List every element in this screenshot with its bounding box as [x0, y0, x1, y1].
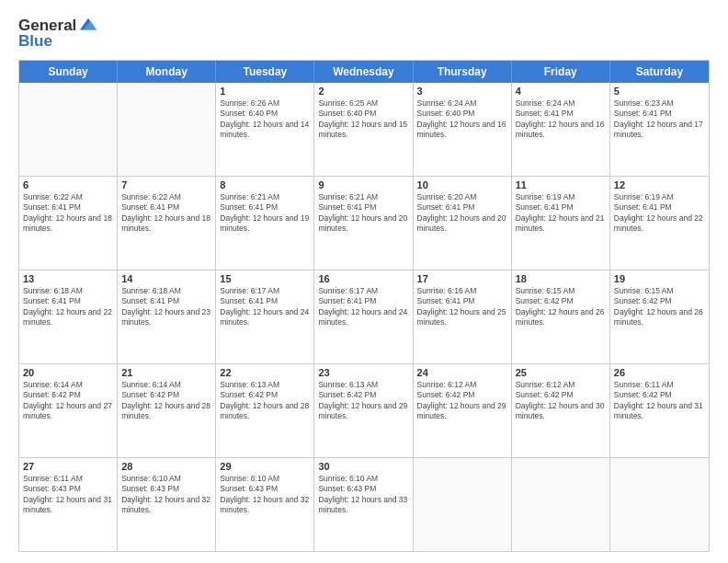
cal-cell: 22Sunrise: 6:13 AM Sunset: 6:42 PM Dayli… — [216, 364, 314, 457]
cal-cell: 15Sunrise: 6:17 AM Sunset: 6:41 PM Dayli… — [216, 270, 314, 363]
cal-cell: 28Sunrise: 6:10 AM Sunset: 6:43 PM Dayli… — [118, 458, 216, 551]
day-number: 28 — [121, 461, 211, 472]
cal-cell: 9Sunrise: 6:21 AM Sunset: 6:41 PM Daylig… — [314, 177, 413, 270]
day-number: 1 — [220, 86, 310, 97]
day-number: 24 — [417, 367, 507, 378]
day-number: 7 — [121, 179, 211, 190]
day-info: Sunrise: 6:15 AM Sunset: 6:42 PM Dayligh… — [516, 286, 606, 328]
day-number: 6 — [23, 179, 113, 190]
day-number: 21 — [121, 367, 211, 378]
day-info: Sunrise: 6:14 AM Sunset: 6:42 PM Dayligh… — [23, 380, 113, 422]
day-info: Sunrise: 6:11 AM Sunset: 6:43 PM Dayligh… — [23, 474, 113, 516]
day-info: Sunrise: 6:19 AM Sunset: 6:41 PM Dayligh… — [614, 192, 705, 235]
cal-cell: 11Sunrise: 6:19 AM Sunset: 6:41 PM Dayli… — [512, 177, 610, 270]
header-day-saturday: Saturday — [610, 61, 709, 83]
calendar-header: SundayMondayTuesdayWednesdayThursdayFrid… — [19, 61, 709, 83]
cal-cell: 21Sunrise: 6:14 AM Sunset: 6:42 PM Dayli… — [118, 364, 216, 457]
day-info: Sunrise: 6:10 AM Sunset: 6:43 PM Dayligh… — [318, 474, 408, 516]
cal-cell: 19Sunrise: 6:15 AM Sunset: 6:42 PM Dayli… — [610, 270, 709, 363]
day-number: 29 — [220, 461, 310, 472]
day-info: Sunrise: 6:11 AM Sunset: 6:42 PM Dayligh… — [614, 380, 705, 422]
cal-cell: 1Sunrise: 6:26 AM Sunset: 6:40 PM Daylig… — [216, 83, 314, 176]
week-row-3: 13Sunrise: 6:18 AM Sunset: 6:41 PM Dayli… — [19, 270, 709, 364]
cal-cell: 14Sunrise: 6:18 AM Sunset: 6:41 PM Dayli… — [118, 270, 216, 363]
day-number: 12 — [614, 179, 705, 190]
day-info: Sunrise: 6:13 AM Sunset: 6:42 PM Dayligh… — [220, 380, 310, 422]
day-number: 17 — [417, 273, 507, 284]
header-day-thursday: Thursday — [414, 61, 512, 83]
week-row-1: 1Sunrise: 6:26 AM Sunset: 6:40 PM Daylig… — [19, 83, 709, 177]
day-info: Sunrise: 6:24 AM Sunset: 6:40 PM Dayligh… — [417, 98, 507, 141]
cal-cell: 23Sunrise: 6:13 AM Sunset: 6:42 PM Dayli… — [314, 364, 413, 457]
header-day-tuesday: Tuesday — [216, 61, 314, 83]
header-day-wednesday: Wednesday — [314, 61, 413, 83]
day-info: Sunrise: 6:22 AM Sunset: 6:41 PM Dayligh… — [121, 192, 211, 235]
day-number: 13 — [23, 273, 113, 284]
day-number: 16 — [318, 273, 408, 284]
cal-cell — [118, 83, 216, 176]
cal-cell: 25Sunrise: 6:12 AM Sunset: 6:42 PM Dayli… — [512, 364, 610, 457]
day-number: 9 — [318, 179, 408, 190]
day-number: 2 — [318, 86, 408, 97]
cal-cell: 16Sunrise: 6:17 AM Sunset: 6:41 PM Dayli… — [314, 270, 413, 363]
day-info: Sunrise: 6:23 AM Sunset: 6:41 PM Dayligh… — [614, 98, 705, 141]
cal-cell — [19, 83, 118, 176]
day-info: Sunrise: 6:21 AM Sunset: 6:41 PM Dayligh… — [318, 192, 408, 235]
cal-cell: 27Sunrise: 6:11 AM Sunset: 6:43 PM Dayli… — [19, 458, 118, 551]
week-row-2: 6Sunrise: 6:22 AM Sunset: 6:41 PM Daylig… — [19, 177, 709, 270]
cal-cell: 8Sunrise: 6:21 AM Sunset: 6:41 PM Daylig… — [216, 177, 314, 270]
day-number: 15 — [220, 273, 310, 284]
day-info: Sunrise: 6:25 AM Sunset: 6:40 PM Dayligh… — [318, 98, 408, 141]
cal-cell — [610, 458, 709, 551]
day-info: Sunrise: 6:12 AM Sunset: 6:42 PM Dayligh… — [417, 380, 507, 422]
header-day-monday: Monday — [118, 61, 216, 83]
header-day-friday: Friday — [512, 61, 610, 83]
day-number: 3 — [417, 86, 507, 97]
day-info: Sunrise: 6:26 AM Sunset: 6:40 PM Dayligh… — [220, 98, 310, 141]
day-number: 8 — [220, 179, 310, 190]
day-number: 20 — [23, 367, 113, 378]
day-info: Sunrise: 6:10 AM Sunset: 6:43 PM Dayligh… — [121, 474, 211, 516]
day-info: Sunrise: 6:24 AM Sunset: 6:41 PM Dayligh… — [516, 98, 606, 141]
day-number: 5 — [614, 86, 705, 97]
day-info: Sunrise: 6:21 AM Sunset: 6:41 PM Dayligh… — [220, 192, 310, 235]
day-info: Sunrise: 6:19 AM Sunset: 6:41 PM Dayligh… — [516, 192, 606, 235]
day-number: 30 — [318, 461, 408, 472]
logo: General Blue — [18, 17, 98, 51]
day-number: 23 — [318, 367, 408, 378]
cal-cell: 30Sunrise: 6:10 AM Sunset: 6:43 PM Dayli… — [314, 458, 413, 551]
day-number: 25 — [516, 367, 606, 378]
day-info: Sunrise: 6:14 AM Sunset: 6:42 PM Dayligh… — [121, 380, 211, 422]
header-day-sunday: Sunday — [19, 61, 118, 83]
day-info: Sunrise: 6:13 AM Sunset: 6:42 PM Dayligh… — [318, 380, 408, 422]
cal-cell: 2Sunrise: 6:25 AM Sunset: 6:40 PM Daylig… — [314, 83, 413, 176]
header: General Blue — [18, 17, 710, 51]
day-number: 11 — [516, 179, 606, 190]
cal-cell: 13Sunrise: 6:18 AM Sunset: 6:41 PM Dayli… — [19, 270, 118, 363]
cal-cell: 4Sunrise: 6:24 AM Sunset: 6:41 PM Daylig… — [512, 83, 610, 176]
cal-cell: 26Sunrise: 6:11 AM Sunset: 6:42 PM Dayli… — [610, 364, 709, 457]
cal-cell: 29Sunrise: 6:10 AM Sunset: 6:43 PM Dayli… — [216, 458, 314, 551]
logo-blue-text: Blue — [18, 32, 98, 51]
day-info: Sunrise: 6:15 AM Sunset: 6:42 PM Dayligh… — [614, 286, 705, 328]
week-row-4: 20Sunrise: 6:14 AM Sunset: 6:42 PM Dayli… — [19, 364, 709, 458]
cal-cell: 24Sunrise: 6:12 AM Sunset: 6:42 PM Dayli… — [414, 364, 512, 457]
day-info: Sunrise: 6:18 AM Sunset: 6:41 PM Dayligh… — [23, 286, 113, 328]
cal-cell: 18Sunrise: 6:15 AM Sunset: 6:42 PM Dayli… — [512, 270, 610, 363]
day-info: Sunrise: 6:17 AM Sunset: 6:41 PM Dayligh… — [318, 286, 408, 328]
day-info: Sunrise: 6:17 AM Sunset: 6:41 PM Dayligh… — [220, 286, 310, 328]
calendar: SundayMondayTuesdayWednesdayThursdayFrid… — [18, 60, 710, 552]
day-info: Sunrise: 6:20 AM Sunset: 6:41 PM Dayligh… — [417, 192, 507, 235]
day-number: 19 — [614, 273, 705, 284]
day-info: Sunrise: 6:16 AM Sunset: 6:41 PM Dayligh… — [417, 286, 507, 328]
cal-cell: 17Sunrise: 6:16 AM Sunset: 6:41 PM Dayli… — [414, 270, 512, 363]
day-info: Sunrise: 6:18 AM Sunset: 6:41 PM Dayligh… — [121, 286, 211, 328]
cal-cell — [414, 458, 512, 551]
day-info: Sunrise: 6:10 AM Sunset: 6:43 PM Dayligh… — [220, 474, 310, 516]
day-number: 10 — [417, 179, 507, 190]
cal-cell: 12Sunrise: 6:19 AM Sunset: 6:41 PM Dayli… — [610, 177, 709, 270]
day-info: Sunrise: 6:22 AM Sunset: 6:41 PM Dayligh… — [23, 192, 113, 235]
cal-cell — [512, 458, 610, 551]
cal-cell: 6Sunrise: 6:22 AM Sunset: 6:41 PM Daylig… — [19, 177, 118, 270]
cal-cell: 5Sunrise: 6:23 AM Sunset: 6:41 PM Daylig… — [610, 83, 709, 176]
